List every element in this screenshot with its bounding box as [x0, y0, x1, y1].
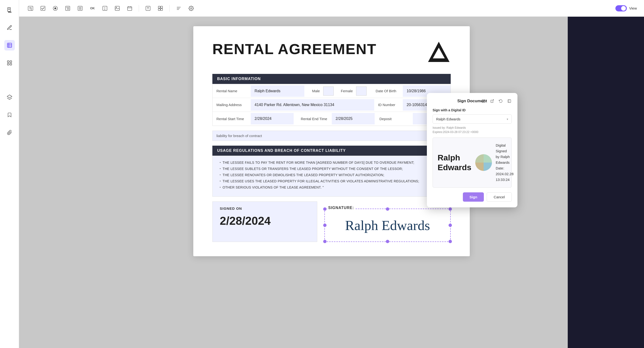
signature-label: SIGNATURE: [327, 206, 355, 210]
address-value[interactable]: 4140 Parker Rd. Allentown, New Mexico 31… [251, 99, 374, 110]
bottom-section: SIGNED ON 2/28/2024 SIGNATURE: R [212, 202, 451, 242]
view-toggle[interactable] [616, 5, 627, 12]
calendar-tool[interactable] [125, 4, 134, 13]
sidebar-item-forms[interactable] [4, 40, 15, 50]
cancel-button[interactable]: Cancel [487, 192, 512, 202]
sidebar-item-layers[interactable] [4, 92, 15, 102]
document: RENTAL AGREEMENT BASIC INFORMATION Renta… [193, 26, 470, 256]
svg-point-17 [54, 8, 56, 9]
liability-text[interactable]: liability for breach of contract [212, 130, 451, 141]
address-label: Mailing Address [212, 103, 251, 107]
image-tool[interactable] [113, 4, 122, 13]
svg-rect-47 [484, 100, 485, 101]
bullet-item-2: • THE LESSEE SUBLETS OR TRANSFERS THE LE… [220, 167, 443, 171]
rental-name-label: Rental Name [212, 89, 251, 93]
svg-point-43 [190, 8, 192, 9]
svg-rect-39 [161, 8, 162, 10]
indent-tool[interactable] [64, 4, 72, 13]
bullet-item-1: • THE LESSEE FAILS TO PAY THE RENT FOR M… [220, 161, 443, 164]
handle-mr[interactable] [448, 224, 452, 227]
view-label: View [629, 6, 637, 10]
svg-text:∑: ∑ [104, 7, 106, 10]
dialog-id-select[interactable]: Ralph Edwards ▾ [432, 114, 512, 124]
sig-decoration [475, 154, 492, 171]
signed-on-label: SIGNED ON [220, 206, 310, 210]
digital-sig-preview: Ralph Edwards Digital Signed by Ralph Ed… [432, 138, 512, 188]
dialog-toolbar [480, 98, 513, 104]
sidebar-item-attachment[interactable] [4, 127, 15, 138]
doc-title: RENTAL AGREEMENT [212, 40, 376, 58]
sidebar-item-document[interactable] [4, 5, 15, 15]
handle-bl[interactable] [323, 240, 326, 243]
checkbox-tool[interactable] [38, 4, 47, 13]
usage-header: USAGE REGULATIONS AND BREACH OF CONTRACT… [212, 146, 451, 156]
sig-name-line1: Ralph Edwards [438, 153, 472, 172]
end-value[interactable]: 2/28/2025 [332, 113, 375, 124]
toolbar: T| OK ∑ T [19, 0, 644, 17]
svg-rect-46 [482, 100, 483, 101]
list-tool[interactable] [76, 4, 84, 13]
svg-rect-8 [8, 61, 9, 62]
text-tool[interactable]: T| [26, 4, 35, 13]
svg-rect-10 [8, 64, 9, 65]
formula-tool[interactable]: ∑ [100, 4, 109, 13]
toolbar-divider-1 [139, 5, 139, 12]
settings-tool[interactable] [187, 4, 196, 13]
sign-dialog: Sign Document Sign with a Digita [427, 93, 518, 207]
handle-br[interactable] [448, 240, 452, 243]
form-row-dates: Rental Start Time 2/28/2024 Rental End T… [212, 112, 450, 126]
dialog-icon-2[interactable] [489, 98, 496, 104]
doc-header: RENTAL AGREEMENT [212, 40, 451, 64]
company-logo [427, 40, 451, 64]
main-content: RENTAL AGREEMENT BASIC INFORMATION Renta… [19, 17, 644, 348]
ok-tool[interactable]: OK [88, 4, 97, 13]
basic-info-header: BASIC INFORMATION [212, 74, 451, 84]
sidebar-item-edit[interactable] [4, 22, 15, 33]
handle-ml[interactable] [323, 224, 326, 227]
dialog-icon-3[interactable] [498, 98, 504, 104]
form-row-name: Rental Name Ralph Edwards Male Female Da… [212, 84, 450, 98]
svg-rect-4 [8, 43, 12, 48]
dialog-icon-4[interactable] [506, 98, 513, 104]
sig-info: Digital Signed by Ralph Edwards Date: 20… [496, 142, 514, 182]
svg-rect-30 [128, 7, 132, 10]
sig-name-block: Ralph Edwards [438, 153, 472, 172]
sign-button[interactable]: Sign [463, 192, 484, 202]
svg-marker-12 [7, 95, 12, 98]
app-container: T| OK ∑ T [0, 0, 644, 348]
handle-tr[interactable] [448, 207, 452, 211]
deposit-label: Deposit [375, 117, 413, 121]
svg-rect-9 [10, 61, 12, 62]
signature-box[interactable]: SIGNATURE: Ralph Edwards [324, 208, 451, 242]
svg-rect-51 [508, 100, 511, 102]
svg-rect-1 [8, 12, 11, 12]
female-checkbox[interactable] [356, 86, 366, 96]
start-value[interactable]: 2/28/2024 [251, 113, 294, 124]
handle-tl[interactable] [323, 207, 326, 211]
dialog-icon-1[interactable] [480, 98, 487, 104]
male-checkbox[interactable] [323, 86, 334, 96]
sidebar-item-bookmark[interactable] [4, 110, 15, 120]
signed-on-box: SIGNED ON 2/28/2024 [212, 202, 317, 242]
sidebar-item-table[interactable] [4, 58, 15, 68]
dob-label: Date Of Birth [372, 89, 403, 93]
basic-info-section: Rental Name Ralph Edwards Male Female Da… [212, 84, 451, 126]
bullet-item-5: • OTHER SERIOUS VIOLATIONS OF THE LEASE … [220, 186, 443, 189]
dialog-issued: Issued by: Ralph Edwards [432, 126, 512, 130]
female-label: Female [341, 89, 353, 93]
handle-tm[interactable] [386, 207, 389, 211]
text3-tool[interactable]: T [144, 4, 152, 13]
svg-rect-38 [158, 8, 160, 10]
bullet-item-3: • THE LESSEE RENOVATES OR DEMOLISHES THE… [220, 173, 443, 177]
handle-bm[interactable] [386, 240, 389, 243]
toolbar-right: View [616, 5, 637, 12]
svg-rect-36 [158, 6, 160, 8]
form-row-address: Mailing Address 4140 Parker Rd. Allentow… [212, 98, 450, 112]
bullet-item-4: • THE LESSEE USES THE LEASED PROPERTY FO… [220, 179, 443, 183]
rental-name-value[interactable]: Ralph Edwards [251, 85, 304, 97]
align-tool[interactable] [174, 4, 183, 13]
svg-text:T|: T| [29, 7, 32, 10]
grid2-tool[interactable] [156, 4, 165, 13]
radio-tool[interactable] [51, 4, 60, 13]
bullet-list: • THE LESSEE FAILS TO PAY THE RENT FOR M… [212, 156, 451, 197]
